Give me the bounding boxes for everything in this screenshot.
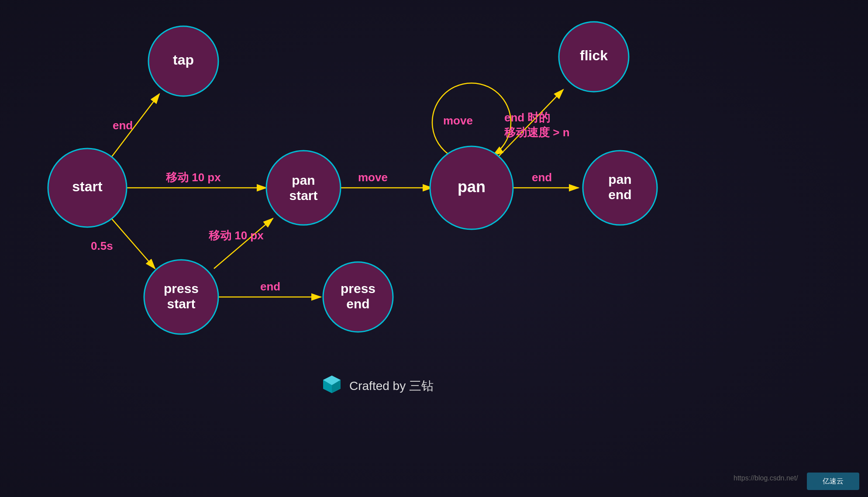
- label-pan-pan-end: end: [532, 171, 552, 184]
- node-pan-end-label: pan: [608, 172, 631, 186]
- svg-text:start: start: [289, 188, 317, 203]
- svg-rect-3: [0, 0, 868, 497]
- node-press-start-label: press: [164, 281, 199, 296]
- label-start-tap: end: [113, 119, 133, 132]
- node-pan-label: pan: [458, 178, 486, 196]
- label-pan-start-pan: move: [358, 171, 388, 184]
- svg-text:start: start: [167, 297, 195, 311]
- label-pan-self: move: [443, 114, 473, 127]
- label-pan-flick-line2: 移动速度 > n: [504, 126, 570, 139]
- svg-text:end: end: [346, 297, 369, 311]
- node-tap-label: tap: [173, 52, 194, 68]
- label-start-press-start: 0.5s: [91, 239, 113, 252]
- label-pan-flick-line1: end 时的: [504, 111, 550, 124]
- footer-crafted-by: Crafted by 三钻: [349, 379, 434, 393]
- node-flick-label: flick: [580, 48, 608, 63]
- label-press-start-pan-start: 移动 10 px: [208, 229, 264, 242]
- svg-text:end: end: [608, 187, 631, 202]
- svg-text:亿速云: 亿速云: [822, 477, 844, 485]
- label-start-pan-start: 移动 10 px: [165, 171, 221, 184]
- node-press-end-label: press: [341, 281, 375, 296]
- label-press-start-press-end: end: [260, 280, 280, 293]
- node-pan-start-label: pan: [292, 173, 315, 187]
- diagram-container: start tap pan start press start press en…: [0, 0, 868, 497]
- watermark-url: https://blog.csdn.net/: [734, 474, 798, 482]
- node-start-label: start: [72, 179, 103, 194]
